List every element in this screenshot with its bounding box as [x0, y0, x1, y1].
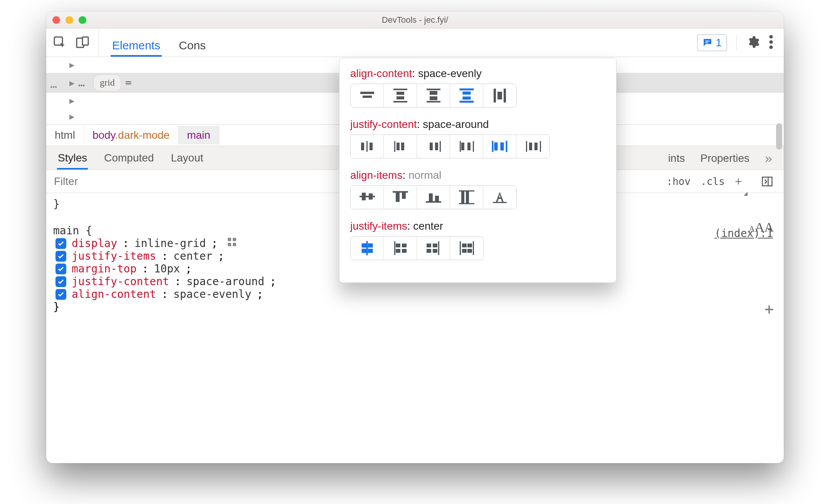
declaration-checkbox[interactable]	[55, 238, 66, 249]
more-tabs-chevron-icon[interactable]: »	[765, 151, 772, 166]
css-declaration[interactable]: align-content: space-evenly;	[53, 288, 777, 301]
device-toolbar-icon[interactable]	[76, 36, 89, 50]
expand-triangle-icon[interactable]: ▶	[69, 77, 74, 89]
css-property[interactable]: align-content	[72, 288, 156, 301]
svg-rect-38	[435, 143, 438, 150]
toggle-sidebar-icon[interactable]	[761, 176, 773, 187]
declaration-checkbox[interactable]	[55, 276, 66, 287]
popover-option[interactable]	[351, 237, 384, 260]
subtab-layout[interactable]: Layout	[170, 152, 204, 170]
inspect-element-icon[interactable]	[53, 36, 67, 50]
css-property[interactable]: justify-items	[72, 250, 156, 262]
popover-option[interactable]	[483, 135, 516, 158]
popover-option[interactable]	[417, 237, 450, 260]
svg-point-7	[770, 45, 773, 49]
popover-option[interactable]	[351, 186, 384, 209]
svg-rect-28	[494, 89, 496, 102]
css-value[interactable]: space-around	[186, 275, 264, 288]
cls-toggle[interactable]: .cls	[701, 176, 725, 187]
declaration-checkbox[interactable]	[55, 251, 66, 262]
devtools-window: DevTools - jec.fyi/ Elements Cons 1	[46, 12, 784, 463]
svg-rect-19	[393, 101, 407, 102]
svg-rect-56	[396, 193, 400, 202]
svg-rect-82	[473, 241, 474, 255]
grid-badge[interactable]: grid	[93, 74, 121, 91]
grid-editor-icon[interactable]	[227, 237, 237, 250]
popover-option[interactable]	[516, 135, 549, 158]
scrollbar-thumb[interactable]	[776, 123, 782, 150]
svg-rect-53	[362, 193, 366, 200]
equals-icon: =	[125, 75, 132, 91]
svg-rect-43	[473, 141, 474, 152]
subtab-partial-ints[interactable]: ints	[668, 152, 685, 165]
popover-option[interactable]	[384, 84, 417, 107]
popover-option[interactable]	[417, 186, 450, 209]
popover-option[interactable]	[384, 135, 417, 158]
svg-rect-58	[426, 201, 441, 203]
popover-option[interactable]	[483, 84, 516, 107]
popover-option[interactable]	[450, 84, 483, 107]
svg-rect-27	[460, 101, 474, 102]
svg-rect-80	[433, 249, 437, 253]
hov-toggle[interactable]: :hov	[667, 176, 691, 187]
popover-option[interactable]	[450, 237, 483, 260]
popover-option[interactable]	[450, 186, 483, 209]
popover-option[interactable]	[351, 135, 384, 158]
expand-triangle-icon[interactable]: ▶	[69, 59, 74, 71]
svg-rect-40	[461, 143, 464, 150]
svg-rect-75	[402, 249, 407, 253]
expand-triangle-icon[interactable]: ▶	[69, 110, 74, 123]
css-value[interactable]: inline-grid	[134, 237, 206, 250]
css-value[interactable]: 10px	[154, 262, 180, 275]
feedback-badge[interactable]: 1	[697, 34, 727, 51]
subtab-computed[interactable]: Computed	[103, 152, 155, 170]
popover-option[interactable]	[384, 186, 417, 209]
svg-rect-51	[540, 141, 541, 152]
popover-property: align-content	[350, 67, 412, 79]
expand-triangle-icon[interactable]: ▶	[69, 94, 74, 107]
svg-rect-76	[438, 241, 439, 255]
popover-option[interactable]	[351, 84, 384, 107]
breadcrumb-item[interactable]: html	[46, 126, 84, 144]
settings-gear-icon[interactable]	[746, 35, 760, 50]
svg-rect-83	[462, 244, 467, 247]
svg-point-5	[770, 35, 773, 39]
rule-source-link[interactable]: (index):1	[714, 227, 773, 240]
svg-rect-72	[396, 244, 400, 247]
svg-rect-69	[362, 249, 366, 253]
css-value[interactable]: space-evenly	[173, 288, 251, 301]
popover-value: space-evenly	[418, 67, 482, 79]
breadcrumb-item[interactable]: main	[178, 126, 219, 144]
css-property[interactable]: margin-top	[72, 262, 137, 275]
add-declaration-button[interactable]: +	[764, 300, 774, 318]
flexbox-editor-popover: align-content: space-evenlyjustify-conte…	[339, 58, 617, 283]
declaration-checkbox[interactable]	[55, 289, 66, 300]
breadcrumb-item[interactable]: body.dark-mode	[84, 126, 178, 144]
popover-option[interactable]	[483, 186, 516, 209]
declaration-checkbox[interactable]	[55, 264, 66, 274]
svg-rect-31	[366, 141, 368, 152]
popover-option[interactable]	[417, 84, 450, 107]
tab-console-partial[interactable]: Cons	[177, 32, 207, 57]
svg-rect-14	[360, 92, 374, 94]
kebab-menu-icon[interactable]	[769, 35, 773, 50]
new-style-rule-button[interactable]: +	[735, 174, 742, 189]
svg-rect-21	[430, 91, 437, 95]
subtab-properties[interactable]: Properties	[700, 152, 749, 165]
svg-rect-45	[494, 143, 497, 150]
popover-option[interactable]	[450, 135, 483, 158]
svg-rect-39	[440, 141, 441, 152]
css-property[interactable]: display	[72, 237, 117, 250]
svg-rect-48	[526, 141, 527, 152]
popover-option[interactable]	[384, 237, 417, 260]
svg-rect-78	[433, 244, 437, 247]
svg-rect-74	[396, 249, 400, 253]
svg-rect-59	[429, 193, 433, 201]
popover-property: justify-content	[350, 118, 417, 130]
tab-elements[interactable]: Elements	[111, 32, 162, 57]
popover-option[interactable]	[417, 135, 450, 158]
subtab-styles[interactable]: Styles	[57, 152, 88, 170]
css-property[interactable]: justify-content	[72, 275, 169, 288]
css-value[interactable]: center	[173, 250, 212, 262]
svg-rect-23	[427, 101, 440, 102]
